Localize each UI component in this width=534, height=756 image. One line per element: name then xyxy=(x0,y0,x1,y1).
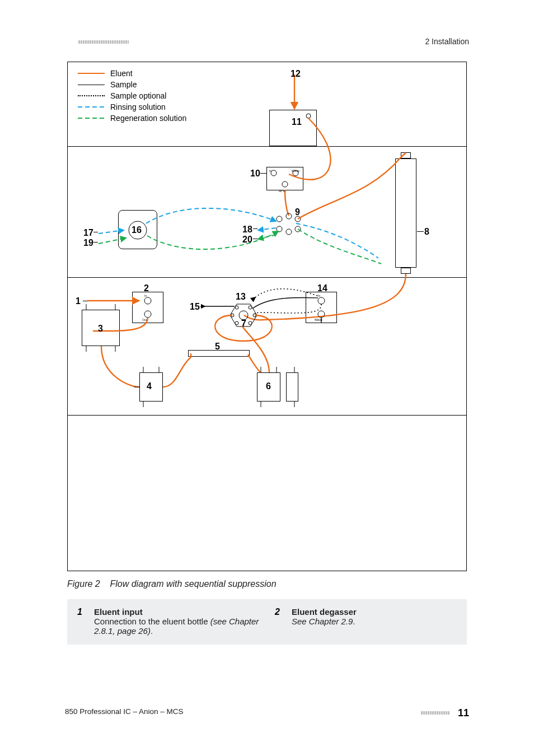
legend-swatch-sample xyxy=(78,85,105,85)
callout-15: 15 xyxy=(190,302,200,312)
box-column-8 xyxy=(395,158,416,268)
box-column-cap xyxy=(401,152,411,158)
box-eluent-reservoir xyxy=(269,110,317,146)
caption-text: Flow diagram with sequential suppression xyxy=(110,579,276,589)
svg-point-10 xyxy=(249,306,252,309)
callout-19: 19 xyxy=(83,238,93,248)
legend-num-1: 1 xyxy=(77,607,86,636)
leader xyxy=(93,242,98,242)
footer-doc-title: 850 Professional IC – Anion – MCS xyxy=(65,707,184,716)
box-pump-6b xyxy=(286,372,298,402)
svg-point-1 xyxy=(277,216,282,222)
svg-point-12 xyxy=(249,321,252,325)
callout-5: 5 xyxy=(215,342,220,352)
leader xyxy=(253,228,257,229)
callout-12: 12 xyxy=(291,69,301,79)
legend-swatch-regen xyxy=(78,118,105,119)
svg-point-14 xyxy=(231,314,234,317)
leader xyxy=(253,239,257,239)
svg-point-9 xyxy=(235,306,238,309)
flow-svg: In Out In Waste In Waste Air In xyxy=(68,62,467,572)
legend-title-1: Eluent input xyxy=(94,607,259,617)
legend-title-2: Eluent degasser xyxy=(292,607,357,617)
divider xyxy=(68,277,466,278)
callout-11: 11 xyxy=(292,117,302,127)
leader xyxy=(417,231,424,232)
legend-label: Sample optional xyxy=(110,90,166,102)
legend-text: Connection to the eluent bottle xyxy=(94,617,210,626)
legend-text: . xyxy=(353,617,355,626)
box-column-cap xyxy=(401,268,411,274)
legend-label: Eluent xyxy=(110,68,133,80)
legend-text-italic: See Chapter 2.9 xyxy=(292,617,353,626)
legend-label: Rinsing solution xyxy=(110,101,166,113)
legend-body-2: See Chapter 2.9. xyxy=(292,617,357,626)
leader xyxy=(83,301,87,301)
legend-label: Regeneration solution xyxy=(110,113,186,124)
callout-20: 20 xyxy=(242,235,252,245)
figure-frame: Eluent Sample Sample optional Rinsing so… xyxy=(67,62,467,571)
callout-4: 4 xyxy=(147,381,152,391)
callout-14: 14 xyxy=(317,283,327,293)
figure-caption: Figure 2 Flow diagram with sequential su… xyxy=(67,579,277,589)
box-degasser-14 xyxy=(306,292,337,323)
callout-3: 3 xyxy=(98,324,103,334)
svg-point-5 xyxy=(286,229,292,235)
footer-page-number: 11 xyxy=(458,707,469,719)
box-detector-10 xyxy=(266,167,303,190)
legend-swatch-sample-opt xyxy=(78,95,105,96)
callout-13: 13 xyxy=(236,292,246,302)
leader xyxy=(93,232,98,232)
svg-point-2 xyxy=(286,213,292,219)
svg-point-11 xyxy=(253,314,256,317)
legend-body-1: Connection to the eluent bottle (see Cha… xyxy=(94,617,259,636)
callout-18: 18 xyxy=(242,225,252,235)
svg-point-13 xyxy=(235,321,238,325)
header-section: 2 Installation xyxy=(425,37,469,46)
legend-swatch-eluent xyxy=(78,73,105,74)
legend-num-2: 2 xyxy=(275,607,284,636)
callout-legend: 1 Eluent input Connection to the eluent … xyxy=(67,599,467,645)
callout-1: 1 xyxy=(76,296,81,306)
header-ornament xyxy=(78,40,129,44)
callout-2: 2 xyxy=(144,283,149,293)
callout-10: 10 xyxy=(250,169,260,179)
footer-ornament xyxy=(421,711,450,715)
callout-17: 17 xyxy=(83,228,93,238)
box-degasser-2 xyxy=(132,292,163,323)
legend-text: . xyxy=(151,626,153,636)
divider xyxy=(68,146,466,147)
callout-9: 9 xyxy=(295,207,300,217)
flow-legend: Eluent Sample Sample optional Rinsing so… xyxy=(78,68,186,124)
callout-8: 8 xyxy=(424,227,429,237)
caption-label: Figure 2 xyxy=(67,579,100,589)
leader xyxy=(200,306,205,307)
legend-swatch-rinsing xyxy=(78,106,105,108)
leader xyxy=(260,173,267,174)
callout-6: 6 xyxy=(266,381,271,391)
callout-7: 7 xyxy=(241,319,246,329)
callout-16: 16 xyxy=(132,225,142,235)
svg-point-4 xyxy=(277,226,282,232)
svg-point-6 xyxy=(295,226,301,232)
divider xyxy=(68,415,466,416)
legend-label: Sample xyxy=(110,79,137,91)
